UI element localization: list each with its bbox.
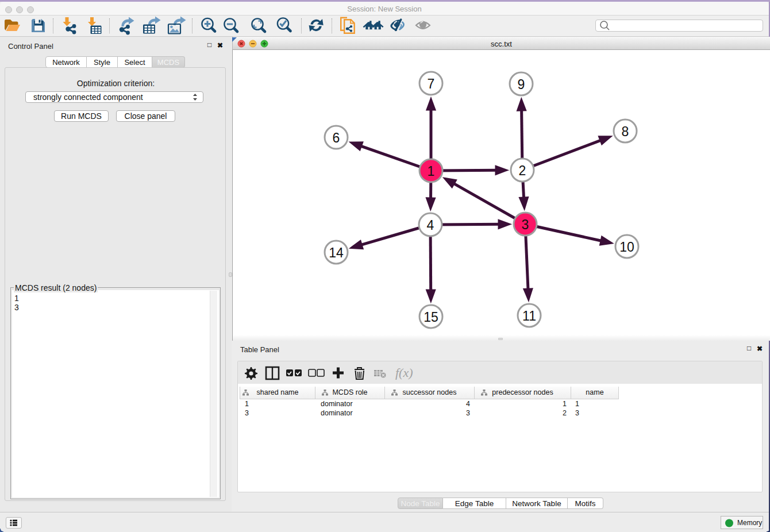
svg-text:10: 10 — [619, 240, 634, 255]
svg-text:6: 6 — [333, 130, 340, 145]
svg-text:3: 3 — [522, 217, 529, 232]
svg-text:15: 15 — [424, 310, 438, 325]
svg-text:4: 4 — [427, 218, 434, 233]
svg-text:7: 7 — [428, 76, 435, 91]
svg-text:14: 14 — [329, 245, 344, 260]
svg-text:1: 1 — [428, 164, 435, 179]
svg-text:8: 8 — [622, 124, 629, 139]
svg-text:11: 11 — [522, 309, 536, 323]
svg-text:f(x): f(x) — [395, 365, 413, 380]
svg-text:9: 9 — [518, 77, 525, 92]
svg-text:2: 2 — [519, 163, 526, 178]
